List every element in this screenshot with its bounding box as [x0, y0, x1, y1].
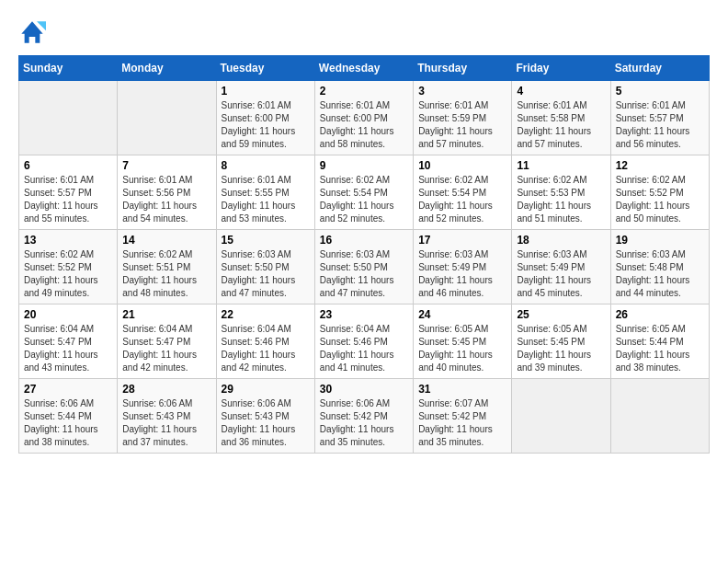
- day-info: Sunrise: 6:01 AMSunset: 6:00 PMDaylight:…: [222, 99, 310, 151]
- header-tuesday: Tuesday: [216, 56, 314, 81]
- day-info: Sunrise: 6:01 AMSunset: 5:57 PMDaylight:…: [616, 99, 704, 151]
- day-info: Sunrise: 6:04 AMSunset: 5:47 PMDaylight:…: [24, 323, 112, 374]
- day-info: Sunrise: 6:02 AMSunset: 5:54 PMDaylight:…: [418, 174, 506, 225]
- day-number: 16: [320, 234, 408, 247]
- day-number: 4: [517, 85, 605, 98]
- day-cell: 3Sunrise: 6:01 AMSunset: 5:59 PMDaylight…: [414, 81, 512, 155]
- day-info: Sunrise: 6:06 AMSunset: 5:43 PMDaylight:…: [122, 397, 210, 449]
- day-number: 9: [320, 159, 408, 172]
- calendar-header-row: SundayMondayTuesdayWednesdayThursdayFrid…: [19, 56, 710, 81]
- day-info: Sunrise: 6:05 AMSunset: 5:44 PMDaylight:…: [616, 323, 704, 374]
- day-cell: 17Sunrise: 6:03 AMSunset: 5:49 PMDayligh…: [414, 230, 512, 304]
- page-header: [18, 18, 710, 46]
- day-info: Sunrise: 6:01 AMSunset: 5:58 PMDaylight:…: [517, 99, 605, 151]
- day-cell: 20Sunrise: 6:04 AMSunset: 5:47 PMDayligh…: [19, 304, 118, 379]
- day-number: 12: [616, 159, 704, 172]
- header-monday: Monday: [118, 56, 216, 81]
- day-cell: 28Sunrise: 6:06 AMSunset: 5:43 PMDayligh…: [118, 379, 216, 454]
- day-number: 2: [320, 85, 408, 98]
- header-thursday: Thursday: [414, 56, 512, 81]
- day-cell: 13Sunrise: 6:02 AMSunset: 5:52 PMDayligh…: [19, 230, 118, 304]
- day-cell: [118, 81, 216, 155]
- day-info: Sunrise: 6:02 AMSunset: 5:52 PMDaylight:…: [616, 174, 704, 225]
- day-info: Sunrise: 6:01 AMSunset: 5:57 PMDaylight:…: [24, 174, 112, 225]
- day-info: Sunrise: 6:06 AMSunset: 5:44 PMDaylight:…: [24, 397, 112, 449]
- day-info: Sunrise: 6:01 AMSunset: 5:56 PMDaylight:…: [122, 174, 210, 225]
- logo-icon: [18, 18, 46, 46]
- day-number: 8: [222, 159, 310, 172]
- day-info: Sunrise: 6:01 AMSunset: 5:59 PMDaylight:…: [418, 99, 506, 151]
- day-cell: [610, 379, 709, 454]
- day-info: Sunrise: 6:03 AMSunset: 5:50 PMDaylight:…: [320, 248, 408, 300]
- day-info: Sunrise: 6:04 AMSunset: 5:47 PMDaylight:…: [122, 323, 210, 374]
- day-info: Sunrise: 6:04 AMSunset: 5:46 PMDaylight:…: [320, 323, 408, 374]
- day-cell: 27Sunrise: 6:06 AMSunset: 5:44 PMDayligh…: [19, 379, 118, 454]
- day-cell: 7Sunrise: 6:01 AMSunset: 5:56 PMDaylight…: [118, 155, 216, 230]
- day-cell: 25Sunrise: 6:05 AMSunset: 5:45 PMDayligh…: [512, 304, 610, 379]
- day-cell: 10Sunrise: 6:02 AMSunset: 5:54 PMDayligh…: [414, 155, 512, 230]
- day-cell: 22Sunrise: 6:04 AMSunset: 5:46 PMDayligh…: [216, 304, 314, 379]
- header-sunday: Sunday: [19, 56, 118, 81]
- header-saturday: Saturday: [610, 56, 709, 81]
- week-row-3: 13Sunrise: 6:02 AMSunset: 5:52 PMDayligh…: [19, 230, 710, 304]
- day-cell: 31Sunrise: 6:07 AMSunset: 5:42 PMDayligh…: [414, 379, 512, 454]
- day-number: 10: [418, 159, 506, 172]
- day-number: 6: [24, 159, 112, 172]
- week-row-5: 27Sunrise: 6:06 AMSunset: 5:44 PMDayligh…: [19, 379, 710, 454]
- day-cell: [512, 379, 610, 454]
- day-cell: 24Sunrise: 6:05 AMSunset: 5:45 PMDayligh…: [414, 304, 512, 379]
- day-cell: 23Sunrise: 6:04 AMSunset: 5:46 PMDayligh…: [314, 304, 413, 379]
- day-number: 17: [418, 234, 506, 247]
- day-number: 18: [517, 234, 605, 247]
- day-info: Sunrise: 6:02 AMSunset: 5:51 PMDaylight:…: [122, 248, 210, 300]
- day-number: 3: [418, 85, 506, 98]
- day-number: 15: [222, 234, 310, 247]
- day-number: 20: [24, 308, 112, 321]
- day-number: 19: [616, 234, 704, 247]
- day-number: 26: [616, 308, 704, 321]
- day-cell: 21Sunrise: 6:04 AMSunset: 5:47 PMDayligh…: [118, 304, 216, 379]
- day-cell: [19, 81, 118, 155]
- week-row-1: 1Sunrise: 6:01 AMSunset: 6:00 PMDaylight…: [19, 81, 710, 155]
- day-number: 30: [320, 383, 408, 396]
- day-cell: 14Sunrise: 6:02 AMSunset: 5:51 PMDayligh…: [118, 230, 216, 304]
- day-cell: 11Sunrise: 6:02 AMSunset: 5:53 PMDayligh…: [512, 155, 610, 230]
- day-cell: 26Sunrise: 6:05 AMSunset: 5:44 PMDayligh…: [610, 304, 709, 379]
- header-friday: Friday: [512, 56, 610, 81]
- day-info: Sunrise: 6:02 AMSunset: 5:52 PMDaylight:…: [24, 248, 112, 300]
- day-cell: 8Sunrise: 6:01 AMSunset: 5:55 PMDaylight…: [216, 155, 314, 230]
- day-cell: 29Sunrise: 6:06 AMSunset: 5:43 PMDayligh…: [216, 379, 314, 454]
- day-cell: 16Sunrise: 6:03 AMSunset: 5:50 PMDayligh…: [314, 230, 413, 304]
- day-cell: 12Sunrise: 6:02 AMSunset: 5:52 PMDayligh…: [610, 155, 709, 230]
- day-info: Sunrise: 6:03 AMSunset: 5:50 PMDaylight:…: [222, 248, 310, 300]
- header-wednesday: Wednesday: [314, 56, 413, 81]
- day-number: 25: [517, 308, 605, 321]
- day-cell: 1Sunrise: 6:01 AMSunset: 6:00 PMDaylight…: [216, 81, 314, 155]
- day-info: Sunrise: 6:06 AMSunset: 5:43 PMDaylight:…: [222, 397, 310, 449]
- day-info: Sunrise: 6:05 AMSunset: 5:45 PMDaylight:…: [517, 323, 605, 374]
- day-info: Sunrise: 6:02 AMSunset: 5:53 PMDaylight:…: [517, 174, 605, 225]
- day-info: Sunrise: 6:05 AMSunset: 5:45 PMDaylight:…: [418, 323, 506, 374]
- day-number: 22: [222, 308, 310, 321]
- day-info: Sunrise: 6:03 AMSunset: 5:48 PMDaylight:…: [616, 248, 704, 300]
- day-cell: 4Sunrise: 6:01 AMSunset: 5:58 PMDaylight…: [512, 81, 610, 155]
- day-cell: 30Sunrise: 6:06 AMSunset: 5:42 PMDayligh…: [314, 379, 413, 454]
- day-cell: 6Sunrise: 6:01 AMSunset: 5:57 PMDaylight…: [19, 155, 118, 230]
- week-row-2: 6Sunrise: 6:01 AMSunset: 5:57 PMDaylight…: [19, 155, 710, 230]
- day-cell: 9Sunrise: 6:02 AMSunset: 5:54 PMDaylight…: [314, 155, 413, 230]
- day-cell: 5Sunrise: 6:01 AMSunset: 5:57 PMDaylight…: [610, 81, 709, 155]
- day-info: Sunrise: 6:03 AMSunset: 5:49 PMDaylight:…: [517, 248, 605, 300]
- day-number: 11: [517, 159, 605, 172]
- day-cell: 15Sunrise: 6:03 AMSunset: 5:50 PMDayligh…: [216, 230, 314, 304]
- day-info: Sunrise: 6:07 AMSunset: 5:42 PMDaylight:…: [418, 397, 506, 449]
- day-number: 28: [122, 383, 210, 396]
- day-number: 24: [418, 308, 506, 321]
- day-number: 27: [24, 383, 112, 396]
- day-cell: 18Sunrise: 6:03 AMSunset: 5:49 PMDayligh…: [512, 230, 610, 304]
- day-info: Sunrise: 6:03 AMSunset: 5:49 PMDaylight:…: [418, 248, 506, 300]
- day-number: 13: [24, 234, 112, 247]
- day-cell: 19Sunrise: 6:03 AMSunset: 5:48 PMDayligh…: [610, 230, 709, 304]
- day-number: 7: [122, 159, 210, 172]
- day-number: 21: [122, 308, 210, 321]
- day-cell: 2Sunrise: 6:01 AMSunset: 6:00 PMDaylight…: [314, 81, 413, 155]
